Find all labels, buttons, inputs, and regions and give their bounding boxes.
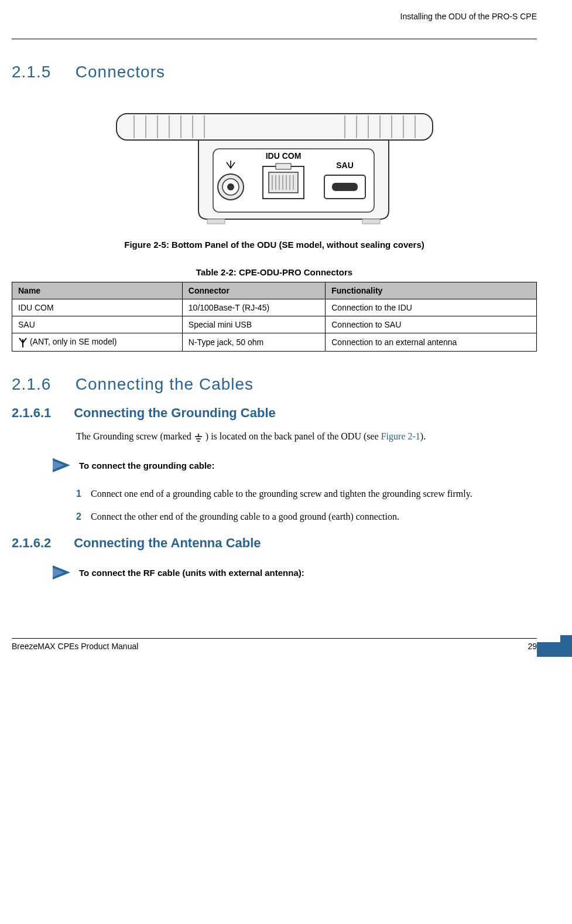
table-cell: (ANT, only in SE model) [12,333,183,352]
section-number: 2.1.6 [12,375,70,394]
svg-point-18 [227,183,234,190]
body-paragraph: The Grounding screw (marked ) is located… [76,429,537,444]
footer-page-number: 29 [528,642,537,651]
procedure-title: To connect the RF cable (units with exte… [79,568,304,578]
step-item: 2 Connect the other end of the grounding… [76,510,537,524]
svg-text:IDU COM: IDU COM [265,151,301,161]
table-cell: Connection to the IDU [326,299,537,316]
ground-icon [194,434,203,442]
figure-container: IDU COM SAU [12,105,537,228]
svg-rect-0 [117,114,433,140]
table-caption: Table 2-2: CPE-ODU-PRO Connectors [12,267,537,277]
connectors-table: Name Connector Functionality IDU COM 10/… [12,282,537,352]
table-cell: Connection to SAU [326,316,537,333]
section-number: 2.1.5 [12,63,70,81]
procedure-heading: To connect the grounding cable: [53,458,537,472]
step-item: 1 Connect one end of a grounding cable t… [76,487,537,501]
table-row: (ANT, only in SE model) N-Type jack, 50 … [12,333,537,352]
step-text: Connect the other end of the grounding c… [91,510,537,524]
figure-caption: Figure 2-5: Bottom Panel of the ODU (SE … [12,240,537,250]
section-2162-heading: 2.1.6.2 Connecting the Antenna Cable [12,536,537,551]
odu-bottom-panel-illustration: IDU COM SAU [111,105,439,228]
page-corner-decoration [537,642,572,657]
svg-rect-30 [276,163,291,169]
step-list: 1 Connect one end of a grounding cable t… [76,487,537,524]
arrow-bullet-icon [53,565,70,579]
page-header: Installing the ODU of the PRO-S CPE [12,12,537,21]
text: The Grounding screw (marked [76,431,194,441]
table-cell: N-Type jack, 50 ohm [182,333,325,352]
section-216-heading: 2.1.6 Connecting the Cables [12,375,537,394]
subsection-title: Connecting the Grounding Cable [74,405,276,420]
svg-rect-34 [207,219,225,224]
subsection-title: Connecting the Antenna Cable [74,536,261,550]
section-title: Connecting the Cables [76,375,254,393]
table-cell: Special mini USB [182,316,325,333]
antenna-row-name: (ANT, only in SE model) [30,337,117,346]
table-cell: 10/100Base-T (RJ-45) [182,299,325,316]
text: ). [420,431,426,441]
header-rule [12,39,537,39]
procedure-heading: To connect the RF cable (units with exte… [53,565,537,579]
table-cell: Connection to an external antenna [326,333,537,352]
section-2161-heading: 2.1.6.1 Connecting the Grounding Cable [12,405,537,421]
table-cell: IDU COM [12,299,183,316]
table-header: Name [12,282,183,299]
svg-rect-35 [362,219,380,224]
procedure-title: To connect the grounding cable: [79,461,214,470]
footer-manual-name: BreezeMAX CPEs Product Manual [12,642,138,651]
section-215-heading: 2.1.5 Connectors [12,63,537,81]
subsection-number: 2.1.6.1 [12,405,70,421]
step-text: Connect one end of a grounding cable to … [91,487,537,501]
subsection-number: 2.1.6.2 [12,536,70,551]
svg-text:SAU: SAU [336,161,354,170]
section-title: Connectors [76,63,165,81]
table-row: SAU Special mini USB Connection to SAU [12,316,537,333]
arrow-bullet-icon [53,458,70,472]
figure-reference-link[interactable]: Figure 2-1 [381,431,420,441]
table-cell: SAU [12,316,183,333]
table-header: Functionality [326,282,537,299]
step-number: 1 [76,487,91,501]
table-header: Connector [182,282,325,299]
step-number: 2 [76,510,91,524]
text: ) is located on the back panel of the OD… [205,431,381,441]
svg-rect-33 [332,183,358,191]
table-header-row: Name Connector Functionality [12,282,537,299]
antenna-icon [18,337,28,347]
table-row: IDU COM 10/100Base-T (RJ-45) Connection … [12,299,537,316]
page-footer: BreezeMAX CPEs Product Manual 29 [12,638,537,651]
